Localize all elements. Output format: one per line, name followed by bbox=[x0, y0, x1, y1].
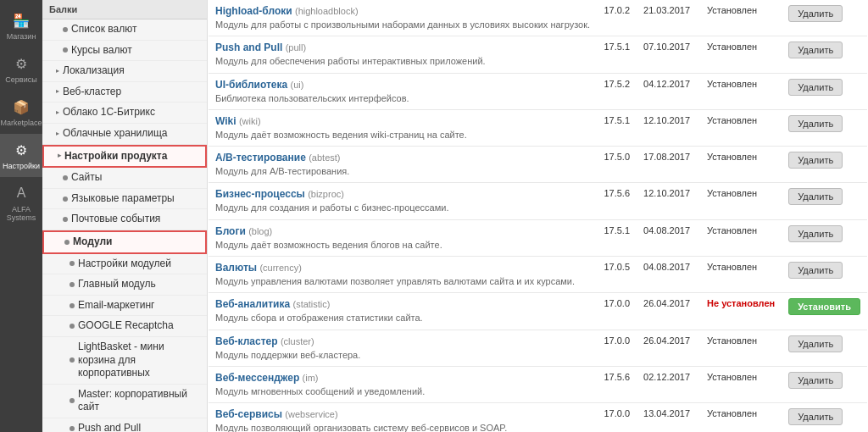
module-status: Установлен bbox=[700, 219, 782, 256]
nav-sidebar: БалкиСписок валютКурсы валют▸Локализация… bbox=[42, 0, 208, 432]
module-desc: Модуль позволяющий организовать систему … bbox=[215, 422, 590, 432]
table-row: А/В-тестирование (abtest) Модуль для А/В… bbox=[209, 147, 867, 183]
module-date: 12.10.2017 bbox=[637, 109, 700, 146]
module-date: 07.10.2017 bbox=[637, 36, 700, 73]
nav-bullet bbox=[63, 47, 68, 53]
module-version: 17.0.0 bbox=[597, 403, 637, 432]
nav-item-настройки-продукта[interactable]: ▸Настройки продукта bbox=[42, 145, 207, 169]
module-version: 17.5.6 bbox=[597, 366, 637, 402]
module-name: Push and Pull (pull) bbox=[215, 42, 590, 53]
nav-item-email-маркетинг[interactable]: Email-маркетинг bbox=[42, 296, 207, 317]
module-info-cell: Push and Pull (pull) Модуль для обеспече… bbox=[209, 36, 597, 73]
remove-button[interactable]: Удалить bbox=[788, 79, 843, 96]
remove-button[interactable]: Удалить bbox=[788, 188, 843, 205]
nav-item-модули[interactable]: Модули bbox=[42, 230, 207, 254]
icon-sidebar-item-alfa[interactable]: AALFA Systems bbox=[0, 177, 42, 229]
module-version: 17.0.5 bbox=[597, 257, 637, 293]
module-action-cell: Удалить bbox=[782, 183, 867, 219]
module-action-cell: Удалить bbox=[782, 36, 867, 73]
nav-item-облако-1с-битрикс[interactable]: ▸Облако 1С-Битрикс bbox=[42, 102, 207, 124]
remove-button[interactable]: Удалить bbox=[788, 225, 843, 242]
table-row: Push and Pull (pull) Модуль для обеспече… bbox=[209, 36, 867, 73]
module-date: 04.08.2017 bbox=[637, 219, 700, 256]
module-info-cell: Веб-сервисы (webservice) Модуль позволяю… bbox=[209, 403, 597, 432]
module-name-text: Highload-блоки bbox=[215, 5, 292, 17]
module-code: (cluster) bbox=[281, 336, 314, 346]
nav-item-курсы-валют[interactable]: Курсы валют bbox=[42, 41, 207, 62]
module-info-cell: Highload-блоки (highloadblock) Модуль дл… bbox=[209, 0, 597, 36]
module-desc: Модуль сбора и отображения статистики са… bbox=[215, 312, 590, 324]
module-desc: Библиотека пользовательских интерфейсов. bbox=[215, 92, 590, 104]
nav-item-push-and-pull[interactable]: Push and Pull bbox=[42, 418, 207, 432]
remove-button[interactable]: Удалить bbox=[788, 42, 843, 58]
remove-button[interactable]: Удалить bbox=[788, 262, 843, 279]
module-date: 04.12.2017 bbox=[637, 73, 700, 109]
nav-item-label: LightBasket - мини корзина для корпорати… bbox=[78, 341, 200, 380]
table-row: UI-библиотека (ui) Библиотека пользовате… bbox=[209, 73, 867, 109]
remove-button[interactable]: Удалить bbox=[788, 5, 843, 22]
table-row: Веб-аналитика (statistic) Модуль сбора и… bbox=[209, 293, 867, 330]
module-code: (ui) bbox=[291, 80, 304, 90]
module-name: UI-библиотека (ui) bbox=[215, 79, 590, 91]
module-action-cell: Удалить bbox=[782, 257, 867, 293]
module-code: (statistic) bbox=[292, 299, 330, 309]
icon-sidebar-item-services[interactable]: ⚙Сервисы bbox=[0, 47, 42, 91]
remove-button[interactable]: Удалить bbox=[788, 115, 843, 132]
nav-item-локализация[interactable]: ▸Локализация bbox=[42, 61, 207, 82]
module-code: (pull) bbox=[286, 42, 306, 53]
nav-item-label: Push and Pull bbox=[78, 422, 141, 432]
module-info-cell: Веб-аналитика (statistic) Модуль сбора и… bbox=[209, 293, 597, 330]
nav-item-label: Веб-кластер bbox=[63, 86, 121, 99]
module-name-text: Бизнес-процессы bbox=[215, 188, 305, 200]
module-desc: Модуль для работы с произвольными набора… bbox=[215, 19, 590, 30]
nav-item-почтовые-события[interactable]: Почтовые события bbox=[42, 209, 207, 230]
module-date: 21.03.2017 bbox=[637, 0, 700, 36]
module-code: (abtest) bbox=[309, 152, 340, 163]
nav-item-сайты[interactable]: Сайты bbox=[42, 168, 207, 189]
module-desc: Модуль для создания и работы с бизнес-пр… bbox=[215, 202, 590, 213]
module-status: Установлен bbox=[700, 73, 782, 109]
module-name-text: А/В-тестирование bbox=[215, 152, 306, 163]
nav-item-master:-корпоративный-сайт[interactable]: Master: корпоративный сайт bbox=[42, 385, 207, 418]
install-button[interactable]: Установить bbox=[788, 298, 860, 315]
table-row: Валюты (currency) Модуль управления валю… bbox=[209, 257, 867, 293]
module-date: 26.04.2017 bbox=[637, 330, 700, 366]
nav-item-список-валют[interactable]: Список валют bbox=[42, 19, 207, 41]
remove-button[interactable]: Удалить bbox=[788, 335, 843, 352]
nav-item-lightbasket---мини-корзина-для[interactable]: LightBasket - мини корзина для корпорати… bbox=[42, 337, 207, 385]
module-action-cell: Удалить bbox=[782, 73, 867, 109]
nav-bullet bbox=[63, 197, 68, 202]
remove-button[interactable]: Удалить bbox=[788, 408, 843, 425]
module-status: Установлен bbox=[700, 330, 782, 366]
nav-item-label: Сайты bbox=[71, 171, 102, 185]
nav-item-веб-кластер[interactable]: ▸Веб-кластер bbox=[42, 82, 207, 103]
module-name: Веб-кластер (cluster) bbox=[215, 335, 590, 347]
module-date: 26.04.2017 bbox=[637, 293, 700, 330]
module-desc: Модуль даёт возможность ведения блогов н… bbox=[215, 239, 590, 251]
table-row: Wiki (wiki) Модуль даёт возможность веде… bbox=[209, 109, 867, 146]
nav-arrow-icon: ▸ bbox=[58, 152, 61, 160]
module-code: (bizproc) bbox=[308, 189, 344, 199]
module-desc: Модуль управления валютами позволяет упр… bbox=[215, 275, 590, 287]
module-action-cell: Удалить bbox=[782, 330, 867, 366]
nav-arrow-icon: ▸ bbox=[56, 108, 59, 117]
module-code: (webservice) bbox=[285, 409, 337, 419]
module-version: 17.5.1 bbox=[597, 109, 637, 146]
main-content: Highload-блоки (highloadblock) Модуль дл… bbox=[208, 0, 868, 432]
remove-button[interactable]: Удалить bbox=[788, 152, 843, 169]
nav-item-облачные-хранилища[interactable]: ▸Облачные хранилища bbox=[42, 124, 207, 145]
icon-sidebar-item-marketplace[interactable]: 📦Marketplace bbox=[0, 91, 42, 134]
icon-sidebar-item-settings[interactable]: ⚙Настройки bbox=[0, 134, 42, 177]
module-name-text: Веб-сервисы bbox=[215, 408, 282, 420]
icon-sidebar-item-store[interactable]: 🏪Магазин bbox=[0, 4, 42, 47]
nav-item-главный-модуль[interactable]: Главный модуль bbox=[42, 274, 207, 296]
nav-item-настройки-модулей[interactable]: Настройки модулей bbox=[42, 254, 207, 275]
nav-item-label: Настройки модулей bbox=[78, 258, 171, 271]
module-info-cell: Веб-кластер (cluster) Модуль поддержки в… bbox=[209, 330, 597, 366]
nav-bullet bbox=[63, 217, 68, 222]
nav-item-label: Облачные хранилища bbox=[63, 127, 168, 141]
nav-item-языковые-параметры[interactable]: Языковые параметры bbox=[42, 189, 207, 210]
nav-bullet bbox=[63, 27, 68, 32]
remove-button[interactable]: Удалить bbox=[788, 372, 843, 389]
nav-item-google-recaptcha[interactable]: GOOGLE Recaptcha bbox=[42, 316, 207, 337]
